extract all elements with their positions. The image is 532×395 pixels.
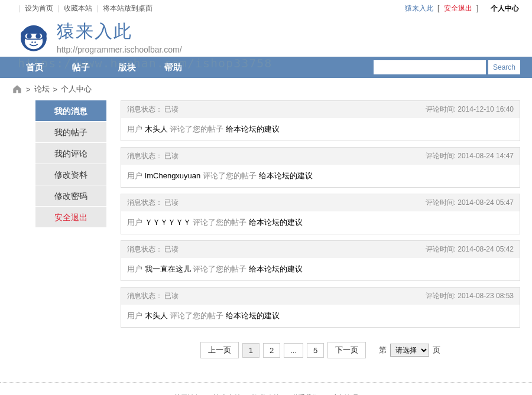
topbar-desktop[interactable]: 将本站放到桌面 [103,4,153,12]
message-user[interactable]: ＹＹＹＹＹＹ [145,218,191,227]
message-header: 消息状态： 已读评论时间: 2014-08-24 05:47 [121,194,520,211]
pager-select[interactable]: 请选择 [390,344,429,357]
topbar: | 设为首页 | 收藏本站 | 将本站放到桌面 猿来入此 [ 安全退出 ] 个人… [0,0,532,16]
search-input[interactable] [374,60,486,74]
message-post-link[interactable]: 给本论坛的建议 [259,171,313,180]
site-url: http://programmer.ischoolbar.com/ [57,45,182,54]
pager: 上一页 1 2 ... 5 下一页 第 请选择 页 [121,334,520,367]
breadcrumb-forum[interactable]: 论坛 [34,84,50,94]
message-post-link[interactable]: 给本论坛的建议 [249,265,303,273]
nav-help[interactable]: 帮助 [150,62,196,73]
message-post-link[interactable]: 给本论坛的建议 [226,311,280,320]
pager-page-1[interactable]: 1 [242,343,259,358]
topbar-set-home[interactable]: 设为首页 [25,4,53,12]
home-icon[interactable] [12,84,22,94]
message-time: 评论时间: 2014-08-24 05:47 [426,198,514,208]
message-header: 消息状态： 已读评论时间: 2014-08-24 14:47 [121,148,520,165]
message-status: 消息状态： 已读 [127,244,179,254]
message-item: 消息状态： 已读评论时间: 2014-12-10 16:40用户 木头人 评论了… [121,100,520,141]
pager-ellipsis: ... [284,343,303,358]
pager-jump-pre: 第 [379,345,387,355]
topbar-favorite[interactable]: 收藏本站 [64,4,92,12]
message-time: 评论时间: 2014-08-24 14:47 [426,151,514,161]
pager-next-button[interactable]: 下一页 [327,342,366,358]
breadcrumb: > 论坛 > 个人中心 [0,78,532,100]
message-item: 消息状态： 已读评论时间: 2014-08-24 05:42用户 我一直在这儿 … [121,240,520,281]
message-user[interactable]: 木头人 [145,125,168,133]
message-post-link[interactable]: 给本论坛的建议 [226,125,280,133]
svg-point-7 [31,41,33,43]
sidebar-item-0[interactable]: 我的消息 [35,100,106,122]
topbar-username[interactable]: 猿来入此 [405,4,433,12]
message-body: 用户 木头人 评论了您的帖子 给本论坛的建议 [121,118,520,141]
pager-prev-button[interactable]: 上一页 [200,342,239,358]
sidebar-item-5[interactable]: 安全退出 [35,207,106,228]
navbar: 首页 帖子 版块 帮助 Search [0,57,532,78]
message-status: 消息状态： 已读 [127,291,179,301]
message-time: 评论时间: 2014-08-24 05:42 [426,244,514,254]
nav-home[interactable]: 首页 [12,62,58,73]
topbar-logout[interactable]: 安全退出 [444,4,472,12]
message-user[interactable]: 木头人 [145,311,168,320]
sidebar-item-1[interactable]: 我的帖子 [35,122,106,143]
logo-icon [18,21,50,53]
nav-posts[interactable]: 帖子 [58,62,104,73]
message-time: 评论时间: 2014-12-10 16:40 [426,105,514,115]
topbar-user-center[interactable]: 个人中心 [491,4,519,12]
topbar-right: 猿来入此 [ 安全退出 ] 个人中心 [404,4,520,14]
svg-point-5 [27,34,31,38]
content: 我的消息我的帖子我的评论修改资料修改密码安全退出 消息状态： 已读评论时间: 2… [0,100,532,378]
message-status: 消息状态： 已读 [127,198,179,208]
message-body: 用户 我一直在这儿 评论了您的帖子 给本论坛的建议 [121,258,520,280]
sidebar-item-3[interactable]: 修改资料 [35,164,106,185]
sidebar-item-4[interactable]: 修改密码 [35,185,106,207]
message-user[interactable]: ImChengxuyuan [145,171,201,180]
message-post-link[interactable]: 给本论坛的建议 [249,218,303,227]
footer: 关于论坛 | 技术支持 | 隐私政策 | 联系我们 | 后台管理 Copyrig… [0,382,532,395]
message-item: 消息状态： 已读评论时间: 2014-08-24 05:47用户 ＹＹＹＹＹＹ … [121,194,520,234]
logo-area: 猿来入此 http://programmer.ischoolbar.com/ h… [0,16,532,57]
topbar-left: | 设为首页 | 收藏本站 | 将本站放到桌面 [18,4,154,14]
svg-point-6 [35,34,40,38]
main: 消息状态： 已读评论时间: 2014-12-10 16:40用户 木头人 评论了… [121,100,520,367]
message-header: 消息状态： 已读评论时间: 2014-08-24 05:42 [121,241,520,258]
message-header: 消息状态： 已读评论时间: 2014-08-23 08:53 [121,288,520,305]
message-status: 消息状态： 已读 [127,151,179,161]
search-button[interactable]: Search [488,60,520,74]
message-body: 用户 ＹＹＹＹＹＹ 评论了您的帖子 给本论坛的建议 [121,211,520,234]
message-item: 消息状态： 已读评论时间: 2014-08-24 14:47用户 ImCheng… [121,147,520,188]
site-title: 猿来入此 [57,19,182,44]
message-header: 消息状态： 已读评论时间: 2014-12-10 16:40 [121,101,520,118]
sidebar: 我的消息我的帖子我的评论修改资料修改密码安全退出 [35,100,106,367]
svg-point-8 [34,41,36,43]
sidebar-item-2[interactable]: 我的评论 [35,143,106,164]
nav-boards[interactable]: 版块 [104,62,150,73]
pager-page-2[interactable]: 2 [263,343,280,358]
message-body: 用户 木头人 评论了您的帖子 给本论坛的建议 [121,305,520,327]
message-user[interactable]: 我一直在这儿 [145,265,191,273]
message-body: 用户 ImChengxuyuan 评论了您的帖子 给本论坛的建议 [121,165,520,187]
message-time: 评论时间: 2014-08-23 08:53 [426,291,514,301]
message-item: 消息状态： 已读评论时间: 2014-08-23 08:53用户 木头人 评论了… [121,287,520,328]
pager-jump-post: 页 [433,345,440,355]
breadcrumb-center: 个人中心 [61,84,92,94]
message-status: 消息状态： 已读 [127,105,179,115]
pager-page-5[interactable]: 5 [307,343,324,358]
